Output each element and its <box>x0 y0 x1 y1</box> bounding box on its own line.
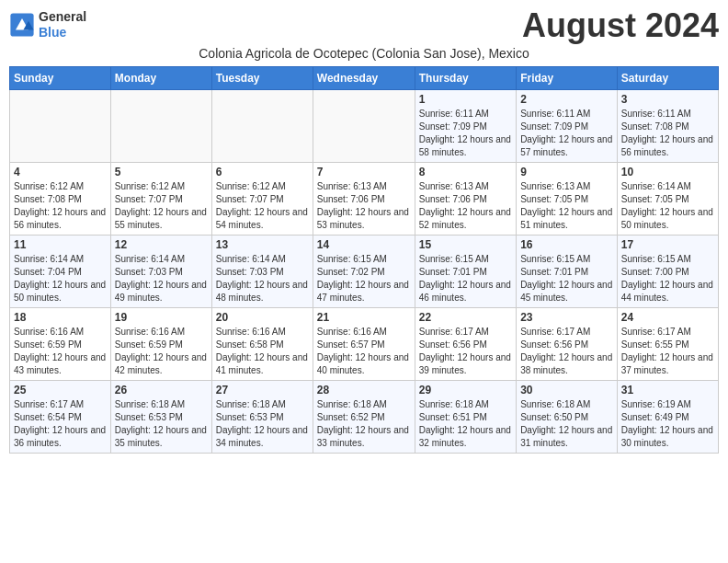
day-info: Sunrise: 6:18 AMSunset: 6:51 PMDaylight:… <box>419 398 512 450</box>
day-number: 5 <box>115 166 208 178</box>
month-title: August 2024 <box>522 9 719 42</box>
day-info: Sunrise: 6:17 AMSunset: 6:56 PMDaylight:… <box>419 326 512 377</box>
calendar-cell: 2Sunrise: 6:11 AMSunset: 7:09 PMDaylight… <box>517 90 618 163</box>
calendar-cell: 23Sunrise: 6:17 AMSunset: 6:56 PMDayligh… <box>517 308 618 381</box>
day-info: Sunrise: 6:13 AMSunset: 7:05 PMDaylight:… <box>520 180 613 232</box>
logo-text: General Blue <box>39 9 86 40</box>
day-info: Sunrise: 6:13 AMSunset: 7:06 PMDaylight:… <box>419 180 512 232</box>
day-number: 4 <box>14 166 107 178</box>
day-number: 23 <box>520 311 613 324</box>
day-number: 12 <box>115 238 208 251</box>
calendar-cell <box>110 90 211 163</box>
day-info: Sunrise: 6:15 AMSunset: 7:02 PMDaylight:… <box>317 253 411 304</box>
calendar-cell: 27Sunrise: 6:18 AMSunset: 6:53 PMDayligh… <box>211 381 313 454</box>
day-number: 30 <box>520 384 613 396</box>
day-info: Sunrise: 6:14 AMSunset: 7:03 PMDaylight:… <box>115 253 208 304</box>
calendar-cell: 21Sunrise: 6:16 AMSunset: 6:57 PMDayligh… <box>313 308 415 381</box>
day-info: Sunrise: 6:11 AMSunset: 7:09 PMDaylight:… <box>419 108 512 159</box>
day-number: 6 <box>216 166 309 178</box>
calendar-week-row: 11Sunrise: 6:14 AMSunset: 7:04 PMDayligh… <box>10 236 719 308</box>
day-info: Sunrise: 6:18 AMSunset: 6:53 PMDaylight:… <box>216 398 309 450</box>
weekday-header: Saturday <box>617 67 718 90</box>
day-number: 19 <box>115 311 208 324</box>
day-number: 24 <box>621 311 714 324</box>
day-number: 28 <box>317 384 411 396</box>
day-info: Sunrise: 6:16 AMSunset: 6:58 PMDaylight:… <box>216 326 309 377</box>
day-info: Sunrise: 6:15 AMSunset: 7:00 PMDaylight:… <box>621 253 714 304</box>
calendar-week-row: 25Sunrise: 6:17 AMSunset: 6:54 PMDayligh… <box>10 381 719 454</box>
calendar-cell: 9Sunrise: 6:13 AMSunset: 7:05 PMDaylight… <box>517 163 618 236</box>
calendar-cell: 7Sunrise: 6:13 AMSunset: 7:06 PMDaylight… <box>313 163 415 236</box>
day-info: Sunrise: 6:14 AMSunset: 7:04 PMDaylight:… <box>14 253 107 304</box>
calendar-cell: 25Sunrise: 6:17 AMSunset: 6:54 PMDayligh… <box>10 381 111 454</box>
weekday-header: Tuesday <box>211 67 313 90</box>
day-info: Sunrise: 6:14 AMSunset: 7:05 PMDaylight:… <box>621 180 714 232</box>
weekday-header: Monday <box>110 67 211 90</box>
calendar-cell: 20Sunrise: 6:16 AMSunset: 6:58 PMDayligh… <box>211 308 313 381</box>
day-number: 2 <box>520 93 613 106</box>
day-number: 17 <box>621 238 714 251</box>
day-info: Sunrise: 6:11 AMSunset: 7:08 PMDaylight:… <box>621 108 714 159</box>
calendar-cell: 5Sunrise: 6:12 AMSunset: 7:07 PMDaylight… <box>110 163 211 236</box>
calendar-table: SundayMondayTuesdayWednesdayThursdayFrid… <box>9 66 719 454</box>
day-info: Sunrise: 6:14 AMSunset: 7:03 PMDaylight:… <box>216 253 309 304</box>
calendar-cell: 11Sunrise: 6:14 AMSunset: 7:04 PMDayligh… <box>10 236 111 308</box>
day-info: Sunrise: 6:18 AMSunset: 6:50 PMDaylight:… <box>520 398 613 450</box>
day-info: Sunrise: 6:12 AMSunset: 7:07 PMDaylight:… <box>115 180 208 232</box>
day-info: Sunrise: 6:16 AMSunset: 6:59 PMDaylight:… <box>14 326 107 377</box>
calendar-cell: 8Sunrise: 6:13 AMSunset: 7:06 PMDaylight… <box>415 163 516 236</box>
calendar-cell: 17Sunrise: 6:15 AMSunset: 7:00 PMDayligh… <box>617 236 718 308</box>
header-right: August 2024 <box>522 9 719 42</box>
calendar-cell: 26Sunrise: 6:18 AMSunset: 6:53 PMDayligh… <box>110 381 211 454</box>
day-number: 27 <box>216 384 309 396</box>
calendar-body: 1Sunrise: 6:11 AMSunset: 7:09 PMDaylight… <box>10 90 719 454</box>
calendar-cell <box>313 90 415 163</box>
calendar-cell: 12Sunrise: 6:14 AMSunset: 7:03 PMDayligh… <box>110 236 211 308</box>
day-number: 31 <box>621 384 714 396</box>
day-number: 1 <box>419 93 512 106</box>
weekday-header-row: SundayMondayTuesdayWednesdayThursdayFrid… <box>10 67 719 90</box>
day-info: Sunrise: 6:16 AMSunset: 6:57 PMDaylight:… <box>317 326 411 377</box>
day-number: 8 <box>419 166 512 178</box>
day-number: 13 <box>216 238 309 251</box>
logo-general: General <box>39 9 86 25</box>
calendar-cell: 3Sunrise: 6:11 AMSunset: 7:08 PMDaylight… <box>617 90 718 163</box>
calendar-cell: 28Sunrise: 6:18 AMSunset: 6:52 PMDayligh… <box>313 381 415 454</box>
calendar-cell: 1Sunrise: 6:11 AMSunset: 7:09 PMDaylight… <box>415 90 516 163</box>
day-number: 9 <box>520 166 613 178</box>
logo-icon <box>9 12 35 38</box>
day-number: 14 <box>317 238 411 251</box>
calendar-cell: 19Sunrise: 6:16 AMSunset: 6:59 PMDayligh… <box>110 308 211 381</box>
calendar-cell: 29Sunrise: 6:18 AMSunset: 6:51 PMDayligh… <box>415 381 516 454</box>
day-number: 11 <box>14 238 107 251</box>
day-info: Sunrise: 6:17 AMSunset: 6:56 PMDaylight:… <box>520 326 613 377</box>
calendar-cell: 14Sunrise: 6:15 AMSunset: 7:02 PMDayligh… <box>313 236 415 308</box>
day-number: 20 <box>216 311 309 324</box>
calendar-cell: 13Sunrise: 6:14 AMSunset: 7:03 PMDayligh… <box>211 236 313 308</box>
calendar-cell: 30Sunrise: 6:18 AMSunset: 6:50 PMDayligh… <box>517 381 618 454</box>
calendar-subtitle: Colonia Agricola de Ocotepec (Colonia Sa… <box>9 46 719 61</box>
day-info: Sunrise: 6:18 AMSunset: 6:53 PMDaylight:… <box>115 398 208 450</box>
day-info: Sunrise: 6:19 AMSunset: 6:49 PMDaylight:… <box>621 398 714 450</box>
day-info: Sunrise: 6:11 AMSunset: 7:09 PMDaylight:… <box>520 108 613 159</box>
calendar-cell: 18Sunrise: 6:16 AMSunset: 6:59 PMDayligh… <box>10 308 111 381</box>
day-number: 18 <box>14 311 107 324</box>
day-number: 16 <box>520 238 613 251</box>
calendar-cell: 24Sunrise: 6:17 AMSunset: 6:55 PMDayligh… <box>617 308 718 381</box>
day-info: Sunrise: 6:17 AMSunset: 6:54 PMDaylight:… <box>14 398 107 450</box>
calendar-cell <box>10 90 111 163</box>
day-info: Sunrise: 6:15 AMSunset: 7:01 PMDaylight:… <box>520 253 613 304</box>
calendar-header: SundayMondayTuesdayWednesdayThursdayFrid… <box>10 67 719 90</box>
weekday-header: Sunday <box>10 67 111 90</box>
calendar-week-row: 18Sunrise: 6:16 AMSunset: 6:59 PMDayligh… <box>10 308 719 381</box>
calendar-cell <box>211 90 313 163</box>
day-info: Sunrise: 6:13 AMSunset: 7:06 PMDaylight:… <box>317 180 411 232</box>
day-info: Sunrise: 6:18 AMSunset: 6:52 PMDaylight:… <box>317 398 411 450</box>
calendar-cell: 22Sunrise: 6:17 AMSunset: 6:56 PMDayligh… <box>415 308 516 381</box>
day-info: Sunrise: 6:16 AMSunset: 6:59 PMDaylight:… <box>115 326 208 377</box>
calendar-week-row: 4Sunrise: 6:12 AMSunset: 7:08 PMDaylight… <box>10 163 719 236</box>
calendar-cell: 15Sunrise: 6:15 AMSunset: 7:01 PMDayligh… <box>415 236 516 308</box>
weekday-header: Wednesday <box>313 67 415 90</box>
page-header: General Blue August 2024 <box>9 9 719 42</box>
day-number: 22 <box>419 311 512 324</box>
